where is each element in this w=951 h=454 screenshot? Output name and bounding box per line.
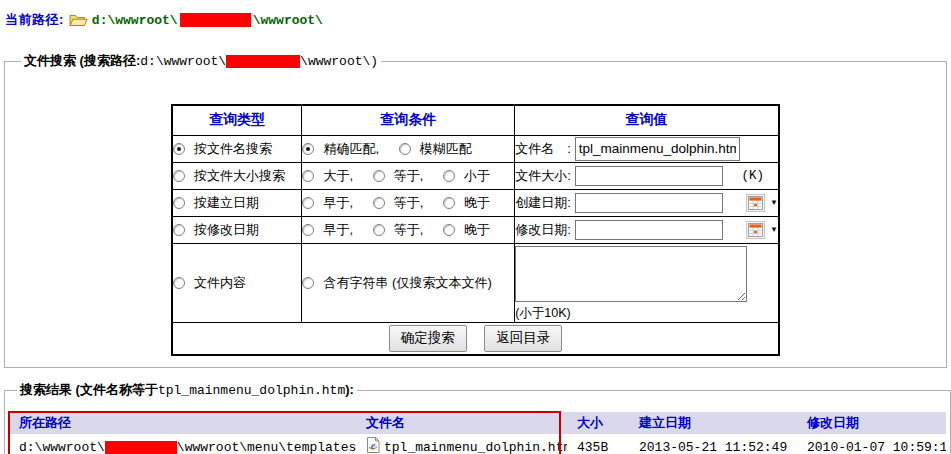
search-row-created-date: 按建立日期 早于, 等于, 晚于 创建日期: [172,189,779,216]
search-results-fieldset: 搜索结果 (文件名称等于tpl_mainmenu_dolphin.htm): 所… [4,381,951,454]
search-legend-title: 文件搜索 (搜索路径: [24,53,140,68]
calendar-icon[interactable] [746,194,765,212]
radio-label: 大于, [323,167,353,185]
radio-label: 含有字符串 (仅搜索文本文件) [323,274,491,292]
radio-label: 早于, [323,194,353,212]
result-size-cell: 435B [567,434,629,454]
current-path-label: 当前路径: [5,11,64,29]
current-path-bar: 当前路径: d:\wwwroot\ \wwwroot\ [0,0,951,29]
radio-label: 模糊匹配 [420,140,472,158]
radio-modified-earlier[interactable] [302,224,314,236]
search-row-filesize: 按文件大小搜索 大于, 等于, 小于 文件大小: (K) [172,162,779,189]
filesize-unit-label: (K) [741,169,778,183]
modified-date-input[interactable] [575,220,723,240]
search-legend-path-prefix: d:\wwwroot\ [140,54,226,69]
redaction-block [105,441,177,454]
search-header-row: 查询类型 查询条件 查询值 [172,105,779,135]
results-legend-title: 搜索结果 (文件名称等于 [20,382,158,397]
result-row: d:\wwwroot\\wwwroot\menu\templates e [9,434,946,454]
column-header-query-type: 查询类型 [172,105,302,135]
column-header-created-date: 建立日期 [629,412,797,434]
html-file-icon: e [366,437,380,454]
created-date-field-label: 创建日期: [515,194,571,212]
radio-created-equal[interactable] [373,197,385,209]
search-row-modified-date: 按修改日期 早于, 等于, 晚于 修改日期: [172,216,779,243]
radio-label: 精确匹配, [323,140,379,158]
result-path-cell: d:\wwwroot\\wwwroot\menu\templates [9,434,356,454]
radio-search-by-modified-date[interactable] [173,224,185,236]
results-legend-filename: tpl_mainmenu_dolphin.htm [158,383,345,398]
radio-label: 文件内容 [194,274,246,292]
radio-size-greater[interactable] [302,170,314,182]
radio-modified-equal[interactable] [373,224,385,236]
search-form-table: 查询类型 查询条件 查询值 按文件名搜索 精确匹配, 模糊匹配 [171,104,780,356]
search-button-row: 确定搜索 返回目录 [172,322,779,355]
radio-contains-string[interactable] [302,277,314,289]
result-path-suffix: \wwwroot\menu\templates [177,440,356,454]
radio-search-by-created-date[interactable] [173,197,185,209]
created-date-input[interactable] [575,193,723,213]
search-row-file-content: 文件内容 含有字符串 (仅搜索文本文件) (小于10K) [172,243,779,322]
column-header-query-condition: 查询条件 [302,105,515,135]
radio-label: 按文件大小搜索 [194,167,285,185]
return-directory-button[interactable]: 返回目录 [484,325,562,352]
results-header-row: 所在路径 文件名 大小 建立日期 修改日期 [9,412,946,434]
radio-label: 按修改日期 [194,221,259,239]
current-path-suffix: \wwwroot\ [253,13,323,28]
result-filename-cell: e tpl_mainmenu_dolphin.htm [356,434,567,454]
column-header-query-value: 查询值 [515,105,779,135]
filesize-field-label: 文件大小: [515,167,571,185]
search-results-legend: 搜索结果 (文件名称等于tpl_mainmenu_dolphin.htm): [17,381,357,399]
column-header-size: 大小 [567,412,629,434]
column-header-modified-date: 修改日期 [797,412,946,434]
search-results-table: 所在路径 文件名 大小 建立日期 修改日期 d:\wwwroot\\wwwroo… [9,412,946,454]
radio-label: 按文件名搜索 [194,140,272,158]
search-row-filename: 按文件名搜索 精确匹配, 模糊匹配 文件名 : [172,135,779,162]
radio-created-earlier[interactable] [302,197,314,209]
radio-search-by-content[interactable] [173,277,185,289]
chevron-down-icon[interactable] [768,198,778,207]
results-legend-close: ): [345,382,354,397]
radio-label: 等于, [394,167,424,185]
chevron-down-icon[interactable] [768,225,778,234]
result-filename: tpl_mainmenu_dolphin.htm [384,440,567,454]
modified-date-field-label: 修改日期: [515,221,571,239]
redaction-block [226,55,300,68]
column-header-path: 所在路径 [9,412,356,434]
redaction-block [180,13,251,27]
content-search-textarea[interactable] [515,246,747,302]
current-path-prefix: d:\wwwroot\ [92,13,178,28]
result-created-cell: 2013-05-21 11:52:49 [629,434,797,454]
filename-input[interactable] [575,137,740,161]
radio-exact-match[interactable] [302,143,314,155]
radio-size-equal[interactable] [373,170,385,182]
radio-label: 等于, [394,221,424,239]
file-manager-page: 当前路径: d:\wwwroot\ \wwwroot\ 文件搜索 (搜索路径:d… [0,0,951,454]
svg-text:e: e [371,440,376,451]
radio-search-by-filename[interactable] [173,143,185,155]
radio-size-less[interactable] [443,170,455,182]
result-path-prefix: d:\wwwroot\ [19,440,105,454]
radio-label: 小于 [464,167,490,185]
file-search-fieldset: 文件搜索 (搜索路径:d:\wwwroot\\wwwroot\) 查询类型 查询… [4,52,947,368]
radio-label: 晚于 [464,194,490,212]
filename-field-label: 文件名 : [515,140,571,158]
file-search-legend: 文件搜索 (搜索路径:d:\wwwroot\\wwwroot\) [21,52,381,70]
radio-label: 晚于 [464,221,490,239]
radio-label: 按建立日期 [194,194,259,212]
column-header-filename: 文件名 [356,412,567,434]
filesize-input[interactable] [575,166,723,186]
radio-search-by-filesize[interactable] [173,170,185,182]
radio-modified-later[interactable] [443,224,455,236]
radio-created-later[interactable] [443,197,455,209]
result-modified-cell: 2010-01-07 10:59:16 [797,434,946,454]
radio-label: 早于, [323,221,353,239]
content-size-note: (小于10K) [515,305,778,322]
radio-fuzzy-match[interactable] [399,143,411,155]
confirm-search-button[interactable]: 确定搜索 [389,325,467,352]
open-folder-icon [69,13,88,27]
search-legend-path-suffix: \wwwroot\) [300,54,378,69]
radio-label: 等于, [394,194,424,212]
calendar-icon[interactable] [746,221,765,239]
